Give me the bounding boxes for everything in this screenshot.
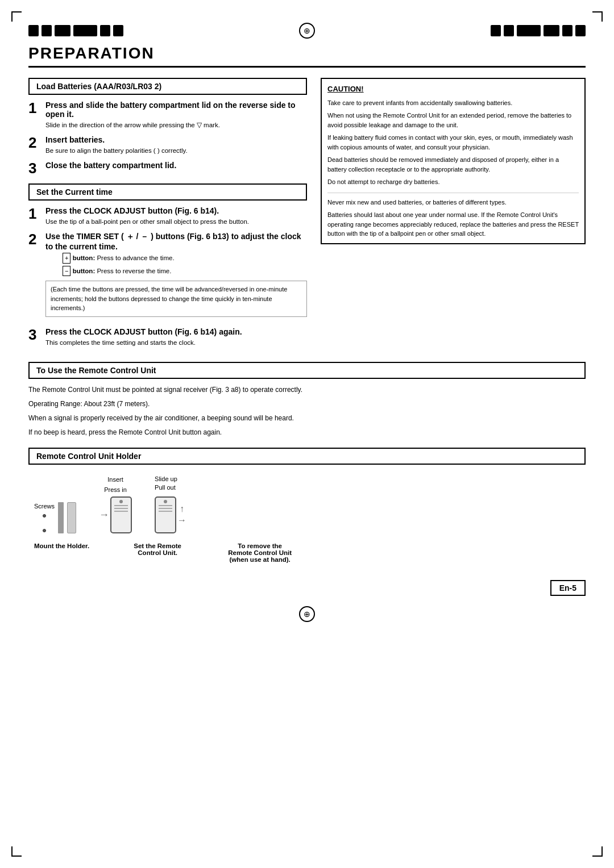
time-step-2: 2 Use the TIMER SET ( ＋ / － ) buttons (F… xyxy=(28,232,307,322)
caution-para-3: If leaking battery fluid comes in contac… xyxy=(327,133,579,152)
page-title: PREPARATION xyxy=(28,44,586,68)
time-step-2-title: Use the TIMER SET ( ＋ / － ) buttons (Fig… xyxy=(45,232,307,251)
set-time-header: Set the Current time xyxy=(28,183,307,201)
caution-para-1: Take care to prevent infants from accide… xyxy=(327,98,579,108)
time-step-3: 3 Press the CLOCK ADJUST button (Fig. 6 … xyxy=(28,327,307,347)
remote-dot-1 xyxy=(119,500,123,503)
time-step-num-1: 1 xyxy=(28,206,41,221)
time-step-3-title: Press the CLOCK ADJUST button (Fig. 6 b1… xyxy=(45,327,307,336)
minus-label: button: xyxy=(73,268,96,274)
compass-icon-bottom: ⊕ xyxy=(299,606,315,622)
time-step-1-content: Press the CLOCK ADJUST button (Fig. 6 b1… xyxy=(45,206,307,226)
remote-shape-2 xyxy=(155,496,176,533)
footer-decoration: ⊕ xyxy=(28,606,586,622)
wall-plate xyxy=(58,502,64,533)
step-2-desc: Be sure to align the battery polarities … xyxy=(45,146,307,155)
up-arrow-icon: ↑ xyxy=(180,504,184,514)
battery-step-2: 2 Insert batteries. Be sure to align the… xyxy=(28,135,307,155)
caution-box: CAUTION! Take care to prevent infants fr… xyxy=(321,78,586,244)
page-number: En-5 xyxy=(550,580,586,596)
time-step-2-content: Use the TIMER SET ( ＋ / － ) buttons (Fig… xyxy=(45,232,307,322)
mount-group: Screws xyxy=(34,502,76,533)
time-step-2-plus: + button: Press to advance the time. xyxy=(45,253,307,264)
time-step-1-title: Press the CLOCK ADJUST button (Fig. 6 b1… xyxy=(45,206,307,215)
compass-icon-top: ⊕ xyxy=(299,23,315,39)
caption-3: To remove the Remote Control Unit (when … xyxy=(226,542,294,563)
remote-line-6 xyxy=(159,511,172,512)
slide-up-label: Slide up xyxy=(155,475,177,482)
bar-1 xyxy=(28,25,39,36)
remote-use-body-3: When a signal is properly received by th… xyxy=(28,413,586,424)
bar-r3 xyxy=(517,25,541,36)
holder-diagrams-container: Screws Insert Press in → xyxy=(28,473,586,533)
caution-title: CAUTION! xyxy=(327,84,579,95)
bar-r4 xyxy=(544,25,559,36)
insert-remote-group: → xyxy=(99,496,132,533)
caution-para-6: Never mix new and used batteries, or bat… xyxy=(327,198,579,207)
caption-1: Mount the Holder. xyxy=(34,542,89,563)
remote-holder-header: Remote Control Unit Holder xyxy=(28,448,586,465)
step-num-2: 2 xyxy=(28,135,41,150)
main-content: Load Batteries (AAA/R03/LR03 2) 1 Press … xyxy=(28,78,586,353)
bar-r1 xyxy=(491,25,501,36)
header-decoration: ⊕ xyxy=(28,23,586,39)
step-2-title: Insert batteries. xyxy=(45,135,307,144)
slide-labels: Slide up Pull out xyxy=(155,475,177,491)
remote-shape-1 xyxy=(110,496,132,533)
remote-line-5 xyxy=(159,508,172,509)
time-step-2-note: (Each time the buttons are pressed, the … xyxy=(45,281,307,317)
battery-step-3: 3 Close the battery compartment lid. xyxy=(28,161,307,176)
time-step-3-content: Press the CLOCK ADJUST button (Fig. 6 b1… xyxy=(45,327,307,347)
right-column: CAUTION! Take care to prevent infants fr… xyxy=(321,78,586,353)
step-1-desc: Slide in the direction of the arrow whil… xyxy=(45,120,307,130)
remote-line-2 xyxy=(114,508,128,509)
remote-line-1 xyxy=(114,505,128,506)
pullout-diagram: Slide up Pull out ↑ → xyxy=(155,473,186,533)
time-step-3-desc: This completes the time setting and star… xyxy=(45,338,307,347)
load-batteries-header: Load Batteries (AAA/R03/LR03 2) xyxy=(28,78,307,95)
bar-6 xyxy=(113,25,123,36)
caution-para-7: Batteries should last about one year und… xyxy=(327,210,579,239)
remote-line-4 xyxy=(159,505,172,506)
left-arrow-icon: → xyxy=(99,509,109,521)
bar-r6 xyxy=(575,25,586,36)
step-num-3: 3 xyxy=(28,161,41,176)
screws-group: Screws xyxy=(34,503,55,532)
remote-use-body-1: The Remote Control Unit must be pointed … xyxy=(28,385,586,395)
remote-use-body-4: If no beep is heard, press the Remote Co… xyxy=(28,427,586,438)
caution-para-4: Dead batteries should be removed immedia… xyxy=(327,155,579,174)
screw-2 xyxy=(43,529,46,532)
plus-button-label: + xyxy=(63,253,70,264)
remote-line-3 xyxy=(114,511,128,512)
left-column: Load Batteries (AAA/R03/LR03 2) 1 Press … xyxy=(28,78,307,353)
bar-3 xyxy=(55,25,70,36)
bar-4 xyxy=(73,25,97,36)
time-step-num-3: 3 xyxy=(28,327,41,342)
time-step-1: 1 Press the CLOCK ADJUST button (Fig. 6 … xyxy=(28,206,307,226)
step-1-content: Press and slide the battery compartment … xyxy=(45,101,307,130)
remote-dot-2 xyxy=(164,500,167,503)
holder-caption-labels: Mount the Holder. Set the Remote Control… xyxy=(34,542,586,563)
press-in-label: Press in xyxy=(104,486,127,493)
screw-dots xyxy=(43,514,46,532)
plus-label: button: xyxy=(73,254,96,261)
remote-use-section: To Use the Remote Control Unit The Remot… xyxy=(28,362,586,439)
caution-para-2: When not using the Remote Control Unit f… xyxy=(327,111,579,130)
caption-2: Set the Remote Control Unit. xyxy=(123,542,192,563)
minus-button-label: − xyxy=(63,266,70,277)
header-bars-right xyxy=(491,25,586,36)
bar-r2 xyxy=(504,25,514,36)
page-container: ⊕ PREPARATION Load Batteries (AAA/R03/LR… xyxy=(0,0,614,868)
screws-label: Screws xyxy=(34,503,55,510)
bar-2 xyxy=(42,25,52,36)
page-footer: En-5 xyxy=(28,580,586,596)
battery-step-1: 1 Press and slide the battery compartmen… xyxy=(28,101,307,130)
time-step-num-2: 2 xyxy=(28,232,41,247)
time-step-1-desc: Use the tip of a ball-point pen or other… xyxy=(45,217,307,226)
step-num-1: 1 xyxy=(28,101,41,115)
holder-bracket xyxy=(67,502,76,533)
remote-holder-section: Remote Control Unit Holder Screws xyxy=(28,448,586,563)
remote-use-header: To Use the Remote Control Unit xyxy=(28,362,586,379)
time-step-2-minus: − button: Press to reverse the time. xyxy=(45,266,307,277)
insert-diagram: Insert Press in → xyxy=(99,476,132,533)
